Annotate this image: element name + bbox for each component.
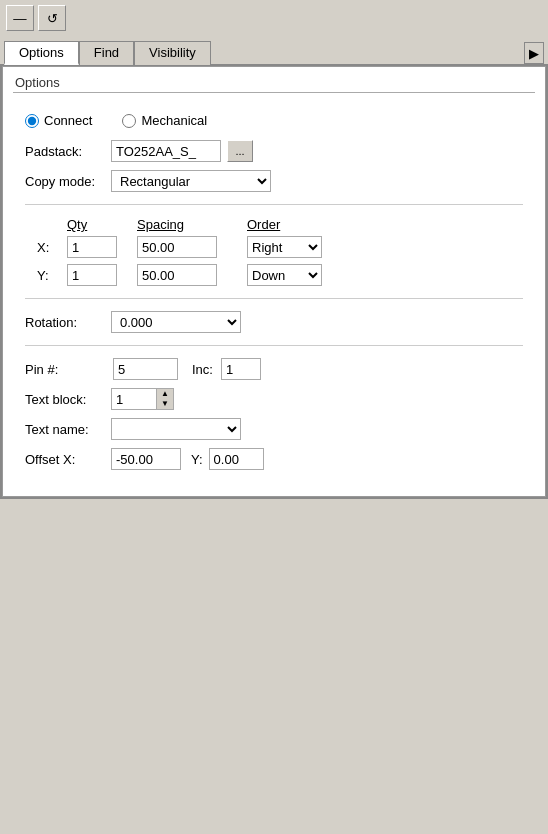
text-block-label: Text block: xyxy=(25,392,105,407)
padstack-label: Padstack: xyxy=(25,144,105,159)
x-spacing-input[interactable] xyxy=(137,236,217,258)
tab-options[interactable]: Options xyxy=(4,41,79,65)
toolbar: — ↺ xyxy=(0,0,548,36)
x-qty-input[interactable] xyxy=(67,236,117,258)
copy-mode-label: Copy mode: xyxy=(25,174,105,189)
order-header: Order xyxy=(247,217,337,232)
refresh-icon: ↺ xyxy=(47,11,58,26)
panel-title: Options xyxy=(13,75,535,93)
inc-label: Inc: xyxy=(192,362,213,377)
text-block-row: Text block: ▲ ▼ xyxy=(25,388,523,410)
tab-find[interactable]: Find xyxy=(79,41,134,65)
inc-input[interactable] xyxy=(221,358,261,380)
options-section: Connect Mechanical Padstack: ... Copy mo… xyxy=(13,103,535,488)
copy-mode-row: Copy mode: Rectangular Linear Circular xyxy=(25,170,523,192)
pin-number-row: Pin #: Inc: xyxy=(25,358,523,380)
divider-1 xyxy=(25,204,523,205)
text-block-input[interactable] xyxy=(111,388,156,410)
main-panel: Options Connect Mechanical Padstack: ... xyxy=(0,66,548,499)
y-spacing-input[interactable] xyxy=(137,264,217,286)
mechanical-radio-item[interactable]: Mechanical xyxy=(122,113,207,128)
connect-label: Connect xyxy=(44,113,92,128)
copy-mode-select[interactable]: Rectangular Linear Circular xyxy=(111,170,271,192)
text-block-spinner: ▲ ▼ xyxy=(111,388,174,410)
offset-x-input[interactable] xyxy=(111,448,181,470)
rotation-row: Rotation: 0.000 90.000 180.000 270.000 xyxy=(25,311,523,333)
offset-row: Offset X: Y: xyxy=(25,448,523,470)
padstack-input[interactable] xyxy=(111,140,221,162)
tab-visibility[interactable]: Visibility xyxy=(134,41,211,65)
text-name-row: Text name: xyxy=(25,418,523,440)
divider-2 xyxy=(25,298,523,299)
tab-expand-button[interactable]: ▶ xyxy=(524,42,544,64)
y-qty-input[interactable] xyxy=(67,264,117,286)
y-row: Y: Down Up xyxy=(25,264,523,286)
toolbar-btn-minus[interactable]: — xyxy=(6,5,34,31)
offset-label: Offset X: xyxy=(25,452,105,467)
padstack-browse-button[interactable]: ... xyxy=(227,140,253,162)
y-label: Y: xyxy=(37,268,67,283)
tab-bar: Options Find Visibility ▶ xyxy=(0,36,548,66)
offset-y-label: Y: xyxy=(191,452,203,467)
text-name-label: Text name: xyxy=(25,422,105,437)
text-name-select[interactable] xyxy=(111,418,241,440)
rotation-label: Rotation: xyxy=(25,315,105,330)
pin-number-label: Pin #: xyxy=(25,362,105,377)
y-order-select[interactable]: Down Up xyxy=(247,264,322,286)
spacing-header: Spacing xyxy=(137,217,247,232)
spinner-down-button[interactable]: ▼ xyxy=(157,399,173,409)
grid-header: Qty Spacing Order xyxy=(25,217,523,232)
rotation-select[interactable]: 0.000 90.000 180.000 270.000 xyxy=(111,311,241,333)
divider-3 xyxy=(25,345,523,346)
mechanical-radio[interactable] xyxy=(122,114,136,128)
expand-icon: ▶ xyxy=(529,46,539,61)
toolbar-btn-refresh[interactable]: ↺ xyxy=(38,5,66,31)
connect-radio-item[interactable]: Connect xyxy=(25,113,92,128)
spinner-button-group: ▲ ▼ xyxy=(156,388,174,410)
qty-header: Qty xyxy=(67,217,137,232)
spinner-up-button[interactable]: ▲ xyxy=(157,389,173,399)
connection-type-row: Connect Mechanical xyxy=(25,113,523,128)
x-row: X: Right Left xyxy=(25,236,523,258)
padstack-row: Padstack: ... xyxy=(25,140,523,162)
options-panel: Options Connect Mechanical Padstack: ... xyxy=(2,66,546,497)
connect-radio[interactable] xyxy=(25,114,39,128)
browse-label: ... xyxy=(235,145,244,157)
offset-y-input[interactable] xyxy=(209,448,264,470)
pin-number-input[interactable] xyxy=(113,358,178,380)
minus-icon: — xyxy=(13,11,26,26)
mechanical-label: Mechanical xyxy=(141,113,207,128)
x-label: X: xyxy=(37,240,67,255)
x-order-select[interactable]: Right Left xyxy=(247,236,322,258)
